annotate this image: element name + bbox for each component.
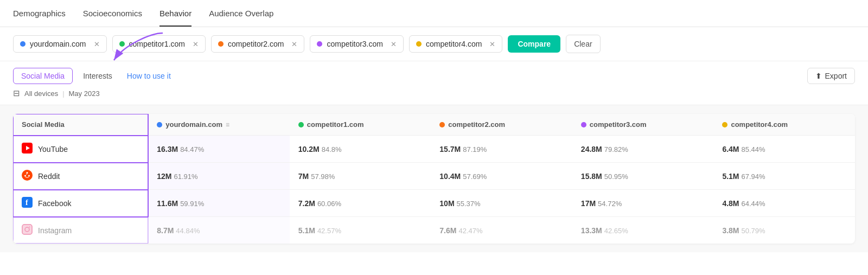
nav-behavior[interactable]: Behavior	[159, 9, 192, 27]
platform-name-1: Reddit	[38, 172, 60, 181]
tab-how-to-use[interactable]: How to use it	[123, 68, 175, 84]
export-icon: ⬆	[815, 72, 822, 80]
table-section: Social Media yourdomain.com ≡ competitor…	[0, 105, 868, 252]
val-main: 7.2M	[298, 199, 315, 208]
clear-button[interactable]: Clear	[566, 35, 600, 53]
value-cell-r0-c3: 24.8M79.82%	[572, 136, 714, 163]
platform-cell-0: YouTube	[13, 136, 148, 163]
val-main: 11.6M	[157, 199, 178, 208]
value-cell-r2-c3: 17M54.72%	[572, 190, 714, 217]
th-domain-2: competitor2.com	[448, 120, 505, 129]
nav-audience-overlap[interactable]: Audience Overlap	[209, 9, 273, 27]
tab-row-left: Social Media Interests How to use it	[13, 68, 175, 84]
value-cell-r3-c4: 3.8M50.79%	[713, 217, 855, 244]
export-label: Export	[825, 72, 847, 80]
domain-close-2[interactable]: ✕	[291, 40, 297, 48]
domain-chip-0[interactable]: yourdomain.com ✕	[13, 35, 107, 53]
th-dot-4	[722, 122, 727, 127]
value-cell-r3-c0: 8.7M44.84%	[148, 217, 290, 244]
val-pct: 55.37%	[457, 200, 481, 208]
svg-point-4	[24, 175, 26, 177]
value-cell-r0-c4: 6.4M85.44%	[713, 136, 855, 163]
platform-name-3: Instagram	[38, 226, 72, 235]
domain-chip-1[interactable]: competitor1.com ✕	[112, 35, 206, 53]
domain-dot-3	[317, 41, 322, 47]
social-media-table: Social Media yourdomain.com ≡ competitor…	[13, 114, 855, 244]
date-filter-label[interactable]: May 2023	[69, 89, 100, 98]
pipe-divider: |	[62, 89, 64, 98]
val-main: 10.2M	[298, 145, 320, 154]
social-cell-3: Instagram	[22, 224, 139, 236]
val-main: 13.3M	[581, 226, 602, 235]
val-pct: 42.47%	[458, 227, 482, 235]
social-cell-0: YouTube	[22, 143, 139, 155]
val-pct: 87.19%	[463, 145, 487, 154]
val-main: 5.1M	[298, 226, 315, 235]
th-dot-3	[581, 122, 586, 127]
val-pct: 42.57%	[317, 227, 341, 235]
svg-text:f: f	[25, 199, 28, 207]
th-domain-3: competitor3.com	[590, 120, 647, 129]
domain-close-3[interactable]: ✕	[391, 40, 397, 48]
val-main: 7M	[298, 172, 309, 181]
th-yourdomain: yourdomain.com ≡	[148, 114, 290, 136]
platform-name-2: Facebook	[38, 199, 71, 208]
th-domain-0: yourdomain.com	[165, 120, 222, 129]
th-dot-1	[298, 122, 304, 127]
svg-point-3	[22, 170, 33, 181]
val-pct: 42.65%	[604, 227, 628, 235]
val-pct: 67.94%	[742, 172, 765, 181]
tab-interests[interactable]: Interests	[75, 68, 120, 84]
val-pct: 59.91%	[180, 200, 204, 208]
device-icon: ⊟	[13, 88, 20, 98]
val-pct: 64.44%	[742, 200, 765, 208]
val-main: 7.6M	[439, 226, 456, 235]
value-cell-r1-c1: 7M57.98%	[290, 163, 431, 190]
val-pct: 61.91%	[174, 172, 197, 181]
domain-close-0[interactable]: ✕	[94, 40, 100, 48]
val-pct: 50.79%	[742, 227, 765, 235]
th-domain-4: competitor4.com	[731, 120, 788, 129]
device-filter-label[interactable]: All devices	[24, 89, 58, 98]
th-domain-1: competitor1.com	[307, 120, 364, 129]
domain-name-2: competitor2.com	[228, 40, 284, 48]
val-pct: 44.84%	[176, 227, 200, 235]
export-button[interactable]: ⬆ Export	[807, 68, 855, 84]
instagram-icon	[22, 224, 33, 236]
domain-close-4[interactable]: ✕	[489, 40, 495, 48]
table-row: Reddit 12M61.91%7M57.98%10.4M57.69%15.8M…	[13, 163, 855, 190]
social-cell-2: f Facebook	[22, 197, 139, 209]
domain-bar: yourdomain.com ✕ competitor1.com ✕ compe…	[0, 27, 868, 61]
tab-social-media[interactable]: Social Media	[13, 68, 73, 84]
val-pct: 57.98%	[311, 172, 335, 181]
val-pct: 60.06%	[317, 200, 341, 208]
svg-point-6	[27, 172, 28, 174]
value-cell-r1-c3: 15.8M50.95%	[572, 163, 714, 190]
val-main: 10.4M	[439, 172, 461, 181]
youtube-icon	[22, 143, 33, 155]
val-main: 15.7M	[439, 145, 461, 154]
domain-chip-4[interactable]: competitor4.com ✕	[409, 35, 502, 53]
value-cell-r2-c1: 7.2M60.06%	[290, 190, 431, 217]
platform-cell-1: Reddit	[13, 163, 148, 190]
value-cell-r3-c1: 5.1M42.57%	[290, 217, 431, 244]
domain-close-1[interactable]: ✕	[193, 40, 199, 48]
svg-point-5	[28, 175, 30, 177]
domain-name-1: competitor1.com	[129, 40, 185, 48]
th-competitor3: competitor3.com	[572, 114, 714, 136]
value-cell-r2-c0: 11.6M59.91%	[148, 190, 290, 217]
domain-chip-3[interactable]: competitor3.com ✕	[310, 35, 403, 53]
tab-section: Social Media Interests How to use it ⬆ E…	[0, 61, 868, 84]
val-main: 3.8M	[722, 226, 739, 235]
val-main: 12M	[157, 172, 171, 181]
nav-demographics[interactable]: Demographics	[13, 9, 66, 27]
compare-button[interactable]: Compare	[508, 35, 560, 53]
value-cell-r3-c3: 13.3M42.65%	[572, 217, 714, 244]
domain-dot-2	[218, 41, 224, 47]
val-main: 4.8M	[722, 199, 739, 208]
val-main: 5.1M	[722, 172, 739, 181]
domain-chip-2[interactable]: competitor2.com ✕	[211, 35, 304, 53]
nav-socioeconomics[interactable]: Socioeconomics	[83, 9, 142, 27]
th-competitor4: competitor4.com	[713, 114, 855, 136]
sort-icon-0[interactable]: ≡	[226, 121, 229, 129]
